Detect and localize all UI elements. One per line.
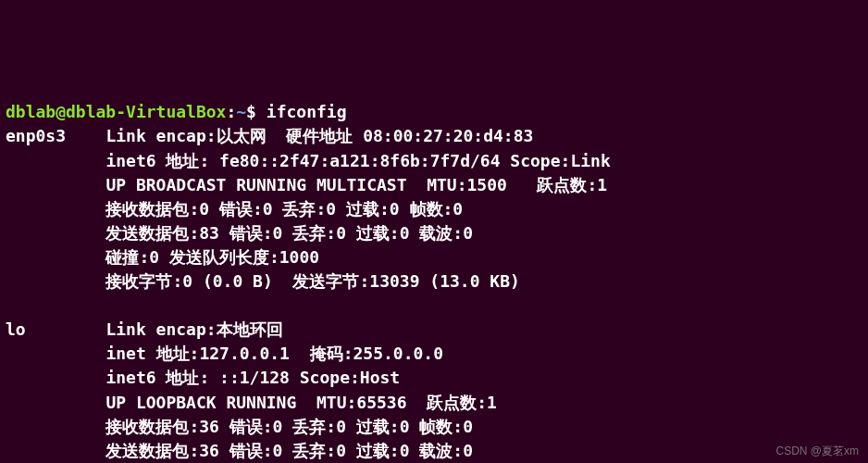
inet6-label: inet6 地址:: [105, 368, 209, 387]
rx-pkts: 0: [199, 199, 209, 219]
frame-label: 帧数:: [419, 417, 463, 436]
err-label: 错误:: [229, 417, 273, 436]
metric-value: 1: [487, 393, 497, 412]
tx-err: 0: [273, 223, 283, 243]
link-encap-label: Link encap:: [105, 319, 216, 339]
mask-value: 255.0.0.0: [353, 344, 443, 363]
tx-drop: 0: [336, 223, 346, 243]
inet-label: inet 地址:: [105, 344, 199, 363]
rxb: 0: [182, 271, 192, 291]
rxb-h: (0.0 B): [203, 271, 273, 291]
tx-drop: 0: [336, 441, 346, 460]
mask-label: 掩码:: [310, 344, 353, 363]
inet6-label: inet6 地址:: [105, 151, 209, 170]
iface-name-0: enp0s3: [6, 126, 66, 145]
mtu-value: 1500: [467, 175, 507, 194]
prompt-user-host: dblab@dblab-VirtualBox: [6, 102, 226, 121]
prompt-separator: :: [226, 102, 236, 121]
over-label: 过载:: [356, 417, 400, 436]
rx-frame: 0: [453, 199, 463, 219]
tx-pkts-label: 发送数据包:: [105, 441, 199, 460]
link-encap-value: 以太网: [217, 126, 267, 145]
drop-label: 丢弃:: [292, 441, 336, 460]
flags: UP BROADCAST RUNNING MULTICAST: [105, 175, 406, 194]
tx-over: 0: [400, 441, 410, 460]
link-encap-value: 本地环回: [217, 319, 283, 339]
link-encap-label: Link encap:: [105, 126, 216, 145]
scope-value: Host: [360, 368, 400, 387]
rx-pkts: 36: [199, 417, 219, 436]
mtu-value: 65536: [356, 393, 406, 412]
txb-h: (13.0 KB): [429, 271, 520, 291]
rx-over: 0: [390, 199, 400, 219]
err-label: 错误:: [229, 441, 273, 460]
metric-value: 1: [597, 175, 607, 194]
coll: 0: [149, 247, 159, 267]
terminal-window[interactable]: dblab@dblab-VirtualBox:~$ ifconfig enp0s…: [6, 100, 862, 463]
tx-pkts: 83: [199, 223, 219, 243]
txq: 1000: [279, 247, 319, 267]
drop-label: 丢弃:: [292, 223, 336, 243]
drop-label: 丢弃:: [292, 417, 336, 436]
inet-value: 127.0.0.1: [199, 344, 290, 363]
over-label: 过载:: [356, 441, 400, 460]
rx-frame: 0: [463, 417, 473, 436]
inet6-value: fe80::2f47:a121:8f6b:7f7d/64: [219, 151, 500, 170]
coll-label: 碰撞:: [105, 247, 149, 267]
txb: 13039: [369, 271, 419, 291]
txb-label: 发送字节:: [292, 271, 369, 291]
carrier-label: 载波:: [419, 223, 463, 243]
tx-pkts-label: 发送数据包:: [105, 223, 199, 243]
rx-pkts-label: 接收数据包:: [105, 417, 199, 436]
watermark-text: CSDN @夏茗xm: [775, 444, 859, 459]
iface-name-1: lo: [6, 319, 26, 339]
scope-value: Link: [570, 151, 610, 170]
rx-pkts-label: 接收数据包:: [105, 199, 199, 219]
tx-carrier: 0: [463, 223, 473, 243]
scope-label: Scope:: [510, 151, 570, 170]
rx-err: 0: [263, 199, 273, 219]
inet6-value: ::1/128: [219, 368, 290, 387]
err-label: 错误:: [229, 223, 273, 243]
hw-label: 硬件地址: [286, 126, 353, 145]
err-label: 错误:: [219, 199, 263, 219]
tx-carrier: 0: [463, 441, 473, 460]
txq-label: 发送队列长度:: [169, 247, 279, 267]
over-label: 过载:: [356, 223, 400, 243]
rx-err: 0: [273, 417, 283, 436]
tx-pkts: 36: [199, 441, 219, 460]
metric-label: 跃点数:: [427, 393, 487, 412]
rx-drop: 0: [336, 417, 346, 436]
rxb-label: 接收字节:: [105, 271, 182, 291]
carrier-label: 载波:: [419, 441, 463, 460]
mtu-label: MTU:: [427, 175, 466, 194]
frame-label: 帧数:: [410, 199, 453, 219]
hw-value: 08:00:27:20:d4:83: [363, 126, 533, 145]
drop-label: 丢弃:: [282, 199, 326, 219]
metric-label: 跃点数:: [537, 175, 597, 194]
scope-label: Scope:: [300, 368, 360, 387]
mtu-label: MTU:: [316, 393, 356, 412]
prompt-dollar: $: [246, 102, 256, 121]
rx-drop: 0: [326, 199, 336, 219]
tx-err: 0: [273, 441, 283, 460]
flags: UP LOOPBACK RUNNING: [105, 393, 296, 412]
over-label: 过载:: [346, 199, 390, 219]
command-text: ifconfig: [256, 102, 347, 121]
tx-over: 0: [400, 223, 410, 243]
rx-over: 0: [400, 417, 410, 436]
prompt-path: ~: [236, 102, 246, 121]
